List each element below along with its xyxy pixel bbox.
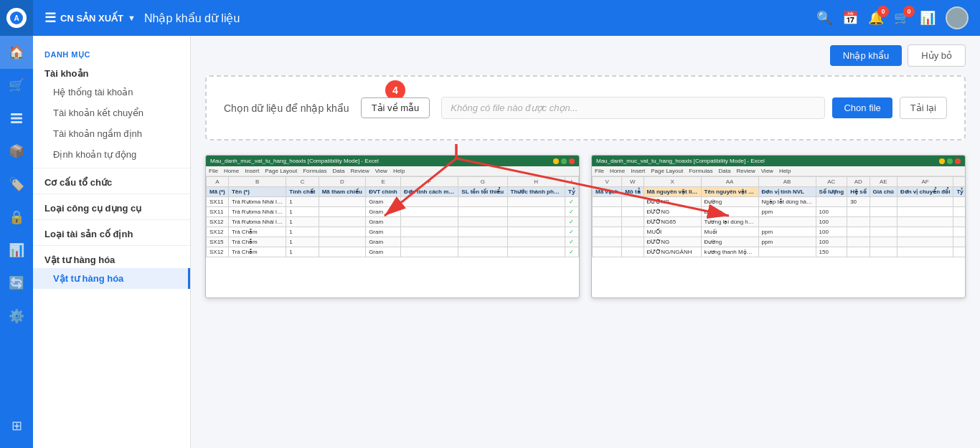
excel-title-left: Mau_danh_muc_vat_tu_hang_hoaxls [Compati… [210, 158, 379, 164]
excel-grid-right: V W X AA AB AC AD AE AF AG [592, 176, 965, 257]
cell: Giá chú [870, 187, 897, 197]
cell [319, 247, 365, 257]
cell: Tính chất [286, 187, 319, 197]
nav-sidebar: DANH MỤC Tài khoản Hệ thống tài khoản Tà… [33, 36, 191, 448]
cell [622, 217, 644, 227]
cell: Đường [701, 207, 758, 217]
minimize-left[interactable] [553, 158, 559, 164]
col-header: W [622, 177, 644, 187]
cell: Gram [366, 247, 401, 257]
cell: ppm [758, 207, 816, 217]
excel-title-right: Mau_danh_muc_vat_tu_hang_hoaxls [Compati… [596, 158, 765, 164]
cell: ĐƯỜNG [644, 237, 701, 247]
excel-window-right: Mau_danh_muc_vat_tu_hang_hoaxls [Compati… [591, 155, 966, 298]
divider-1 [33, 168, 190, 168]
close-right[interactable] [955, 158, 961, 164]
nav-icon-tag[interactable]: 🏷️ [0, 168, 33, 201]
cell [897, 247, 953, 257]
cell [319, 217, 365, 227]
cell [897, 237, 953, 247]
cell [953, 237, 965, 247]
choose-file-button[interactable]: Chon file [832, 97, 892, 118]
user-avatar[interactable] [946, 6, 969, 29]
cell [319, 197, 365, 207]
cell: ĐƯỜNG/NGÀNH [644, 247, 701, 257]
cell [897, 227, 953, 237]
cell: ĐVT chính [366, 187, 401, 197]
page-title: Nhập khẩu dữ liệu [144, 11, 808, 25]
sidebar-item-dinhkhoantudong[interactable]: Định khoản tự động [33, 144, 190, 165]
svg-text:A: A [14, 14, 19, 22]
calendar-icon-btn[interactable]: 📅 [842, 10, 858, 26]
sidebar-item-hethongtaikhoan[interactable]: Hệ thống tài khoản [33, 82, 190, 103]
cell: Mã tham chiếu [319, 187, 365, 197]
bell-icon-btn[interactable]: 🔔 0 [868, 10, 884, 26]
cell [870, 197, 897, 207]
cell [622, 247, 644, 257]
brand-dropdown-icon[interactable]: ▼ [128, 14, 136, 22]
cart-icon-btn[interactable]: 🛒 0 [894, 10, 910, 26]
cart-badge: 0 [903, 6, 915, 17]
nav-icon-refresh[interactable]: 🔄 [0, 267, 33, 300]
nav-icon-chart[interactable]: 📊 [0, 234, 33, 267]
download-sample-wrapper: 4 Tải về mẫu [361, 97, 430, 118]
brand-label: CN SẢN XUẤT [60, 13, 123, 24]
nav-icon-home[interactable]: 🏠 [0, 36, 33, 69]
table-row: SX11 Trá Rưoma Nhái loại 2 1 Gram ✓ [207, 197, 579, 207]
search-icon-btn[interactable]: 🔍 [816, 10, 832, 26]
cell [953, 217, 965, 227]
titlebar-controls-left [553, 158, 575, 164]
cell: Mã (*) [207, 187, 229, 197]
close-left[interactable] [569, 158, 575, 164]
cell [622, 197, 644, 207]
col-header: D [319, 177, 365, 187]
nav-icon-layers[interactable] [0, 102, 33, 135]
col-header: A [207, 177, 229, 187]
col-header: E [366, 177, 401, 187]
hamburger-icon[interactable]: ☰ [44, 10, 56, 26]
cell: Gram [366, 227, 401, 237]
cell: Ngập tắt dùng hàng ppm [758, 197, 816, 207]
cell [458, 237, 507, 247]
cell: SX11 [207, 197, 229, 207]
chart-icon-btn[interactable]: 📊 [920, 10, 936, 26]
cell [870, 217, 897, 227]
cell [816, 197, 847, 207]
brand-name[interactable]: ☰ CN SẢN XUẤT ▼ [44, 10, 136, 26]
table-row: ĐƯỜNG Đường ppm 100 [593, 237, 966, 247]
minimize-right[interactable] [939, 158, 945, 164]
nav-icon-lock[interactable]: 🔒 [0, 201, 33, 234]
cell: Trá Rưoma Nhái loại 2 [228, 207, 286, 217]
cell [593, 227, 622, 237]
cell: Gram [366, 237, 401, 247]
table-row: MUỐI Muối ppm 100 [593, 227, 966, 237]
cancel-button[interactable]: Hủy bỏ [908, 44, 966, 67]
col-header: X [644, 177, 701, 187]
reload-button[interactable]: Tải lại [900, 97, 947, 119]
cell: 100 [816, 207, 847, 217]
cell: Trá Rưoma Nhái loại 2 [228, 197, 286, 207]
nav-icon-box[interactable]: 📦 [0, 135, 33, 168]
excel-preview-area: Mau_danh_muc_vat_tu_hang_hoaxls [Compati… [205, 155, 966, 298]
cell: ppm [758, 237, 816, 247]
svg-rect-3 [11, 118, 22, 120]
maximize-left[interactable] [561, 158, 567, 164]
cell: Đường [701, 237, 758, 247]
maximize-right[interactable] [947, 158, 953, 164]
cell: 1 [286, 207, 319, 217]
sidebar-item-taikhoanngamdinh[interactable]: Tài khoản ngầm định [33, 123, 190, 144]
nav-icon-shopping[interactable]: 🛒 [0, 69, 33, 102]
col-header: AF [897, 177, 953, 187]
sidebar-item-vattuhanghoa[interactable]: Vật tư hàng hóa [33, 268, 190, 289]
cell [758, 217, 816, 227]
cell: 150 [816, 247, 847, 257]
import-button[interactable]: Nhập khẩu [830, 45, 902, 66]
nav-icon-settings[interactable]: ⚙️ [0, 300, 33, 333]
sidebar-item-taikhoanketchuyen[interactable]: Tài khoản kết chuyển [33, 103, 190, 123]
cell: 1 [286, 237, 319, 247]
download-sample-button[interactable]: Tải về mẫu [361, 97, 430, 118]
cell: ppm [758, 227, 816, 237]
nav-icon-grid[interactable]: ⊞ [0, 409, 33, 442]
table-row: SX12 Trá Rưoma Nhái loại 2 1 Gram ✓ [207, 217, 579, 227]
divider-4 [33, 245, 190, 246]
